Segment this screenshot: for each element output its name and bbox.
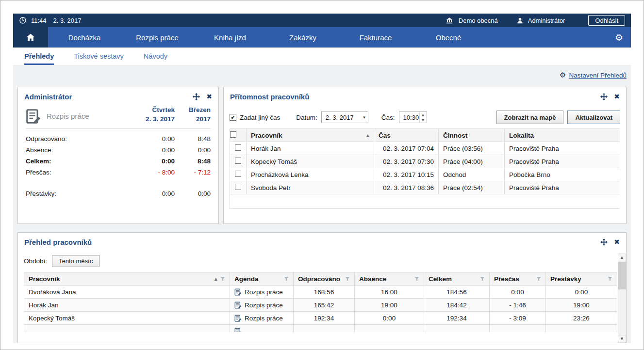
- gear-icon[interactable]: ⚙: [560, 71, 566, 80]
- period-button[interactable]: Tento měsíc: [52, 255, 99, 267]
- worked-cell: [294, 325, 355, 333]
- agenda-cell: Rozpis práce: [230, 312, 294, 325]
- settings-gear-icon[interactable]: ⚙: [615, 27, 631, 48]
- breaks-cell: 19:00: [546, 299, 617, 312]
- time-spinner[interactable]: 10:30 ▲ ▼: [399, 111, 427, 123]
- month-column-header: Březen 2017: [175, 106, 211, 124]
- panel-administrator: Administrátor ✖ Rozpis práce: [17, 87, 219, 224]
- panel-tools: ✖: [600, 238, 620, 246]
- activity-cell: Odchod: [439, 168, 505, 181]
- presence-row[interactable]: Horák Jan 02. 3. 2017 07:04 Práce (03:56…: [230, 142, 620, 155]
- absence-cell: 19:00: [355, 299, 424, 312]
- total-cell: 184:42: [424, 299, 490, 312]
- user-group[interactable]: Administrátor: [516, 17, 565, 24]
- select-all-checkbox[interactable]: [230, 131, 236, 138]
- overview-row[interactable]: Dvořáková Jana Rozpis práce 168:56 16:00…: [24, 286, 617, 299]
- worker-cell: Procházková Lenka: [247, 168, 374, 181]
- nav-home-tab[interactable]: [13, 27, 48, 48]
- agenda-cell: Rozpis práce: [26, 109, 132, 124]
- refresh-button[interactable]: Aktualizovat: [567, 111, 620, 124]
- breaks-cell: 23:26: [546, 312, 617, 325]
- overview-row[interactable]: Kopecký Tomáš Rozpis práce 192:34 0:00 1…: [24, 312, 617, 325]
- presence-col-location[interactable]: Lokalita: [505, 129, 620, 142]
- scrollbar-thumb[interactable]: [618, 262, 626, 289]
- spinner-up-icon[interactable]: ▲: [420, 112, 427, 117]
- ov-col-worker[interactable]: Pracovník ▲: [24, 272, 230, 286]
- presence-col-activity[interactable]: Činnost: [439, 129, 505, 142]
- ov-col-total[interactable]: Celkem: [424, 272, 490, 286]
- presence-row[interactable]: Kopecký Tomáš 02. 3. 2017 07:30 Práce (0…: [230, 155, 620, 168]
- panel-title: Přítomnost pracovníků: [230, 93, 309, 101]
- presence-col-worker[interactable]: Pracovník ▲: [247, 129, 374, 142]
- overview-row-partial[interactable]: [24, 325, 617, 333]
- filter-icon[interactable]: [536, 276, 541, 281]
- filter-icon[interactable]: [220, 276, 225, 281]
- show-on-map-button[interactable]: Zobrazit na mapě: [496, 111, 564, 124]
- overview-row[interactable]: Horák Jan Rozpis práce 165:42 19:00 184:…: [24, 299, 617, 312]
- custom-time-checkbox[interactable]: ✔: [230, 114, 236, 121]
- panel-tools: ✖: [600, 93, 620, 100]
- overview-settings-link[interactable]: Nastavení Přehledů: [569, 72, 627, 79]
- stat-day-value: 0:00: [132, 135, 175, 143]
- custom-time-label: Zadat jiný čas: [240, 114, 280, 121]
- row-checkbox[interactable]: [235, 171, 241, 177]
- col-label: Pracovník: [251, 132, 282, 139]
- nav-item-dochazka[interactable]: Docházka: [48, 27, 121, 48]
- move-icon[interactable]: [193, 93, 200, 100]
- logout-button[interactable]: Odhlásit: [588, 15, 625, 26]
- spinner-down-icon[interactable]: ▼: [420, 117, 427, 123]
- scrollbar-track[interactable]: [618, 261, 626, 335]
- close-icon[interactable]: ✖: [206, 93, 212, 100]
- ov-col-overtime[interactable]: Přesčas: [490, 272, 546, 286]
- row-checkbox[interactable]: [235, 144, 241, 151]
- ov-col-worked[interactable]: Odpracováno: [294, 272, 355, 286]
- ov-col-absence[interactable]: Absence: [355, 272, 424, 286]
- scroll-down-icon[interactable]: ▼: [618, 335, 626, 343]
- filter-icon[interactable]: [284, 276, 289, 281]
- presence-col-time[interactable]: Čas: [374, 129, 439, 142]
- checkbox-cell: [230, 155, 247, 168]
- nav-item-rozpis-prace[interactable]: Rozpis práce: [121, 27, 194, 48]
- worked-cell: 168:56: [294, 286, 355, 299]
- row-checkbox[interactable]: [235, 184, 241, 190]
- filter-icon[interactable]: [414, 276, 419, 281]
- close-icon[interactable]: ✖: [614, 238, 620, 246]
- nav-item-kniha-jizd[interactable]: Kniha jízd: [194, 27, 266, 48]
- date-value: 2. 3. 2017: [326, 114, 354, 121]
- ov-col-agenda[interactable]: Agenda: [230, 272, 294, 286]
- nav-item-obecne[interactable]: Obecné: [412, 27, 485, 48]
- presence-row[interactable]: Svoboda Petr 02. 3. 2017 08:36 Práce (02…: [230, 181, 620, 194]
- date-picker[interactable]: 2. 3. 2017 ▾: [321, 111, 368, 123]
- stat-month-value: 0:00: [175, 190, 211, 197]
- filter-icon[interactable]: [480, 276, 485, 281]
- overview-content: Období: Tento měsíc: [18, 251, 626, 343]
- tab-prehledy[interactable]: Přehledy: [24, 48, 54, 65]
- worker-cell: [24, 325, 230, 333]
- nav-item-zakazky[interactable]: Zakázky: [266, 27, 339, 48]
- company-group[interactable]: Demo obecná: [445, 16, 498, 24]
- vertical-scrollbar[interactable]: ▲ ▼: [618, 254, 626, 343]
- checkbox-cell: [230, 168, 247, 181]
- move-icon[interactable]: [600, 239, 608, 246]
- move-icon[interactable]: [600, 93, 608, 100]
- row-checkbox[interactable]: [235, 158, 241, 164]
- presence-row[interactable]: Procházková Lenka 02. 3. 2017 10:15 Odch…: [230, 168, 620, 181]
- tab-navody[interactable]: Návody: [144, 48, 167, 65]
- absence-cell: 16:00: [355, 286, 424, 299]
- tab-tiskove-sestavy[interactable]: Tiskové sestavy: [74, 48, 124, 65]
- nav-item-fakturace[interactable]: Fakturace: [339, 27, 412, 48]
- overview-table: Pracovník ▲ Agenda: [24, 272, 617, 332]
- chevron-down-icon[interactable]: ▾: [361, 115, 368, 120]
- time-cell: 02. 3. 2017 08:36: [374, 181, 439, 194]
- filter-icon[interactable]: [345, 276, 350, 281]
- stat-label: Absence:: [26, 146, 132, 154]
- ov-col-breaks[interactable]: Přestávky: [546, 272, 617, 286]
- filter-icon[interactable]: [608, 276, 612, 281]
- breaks-cell: [546, 325, 617, 333]
- panel-header: Administrátor ✖: [18, 87, 218, 106]
- close-icon[interactable]: ✖: [614, 93, 620, 100]
- scroll-up-icon[interactable]: ▲: [618, 254, 626, 261]
- col-label: Přesčas: [494, 275, 519, 283]
- content-area: ⚙ Nastavení Přehledů Administrátor ✖: [13, 65, 631, 343]
- panel-title: Administrátor: [24, 93, 72, 101]
